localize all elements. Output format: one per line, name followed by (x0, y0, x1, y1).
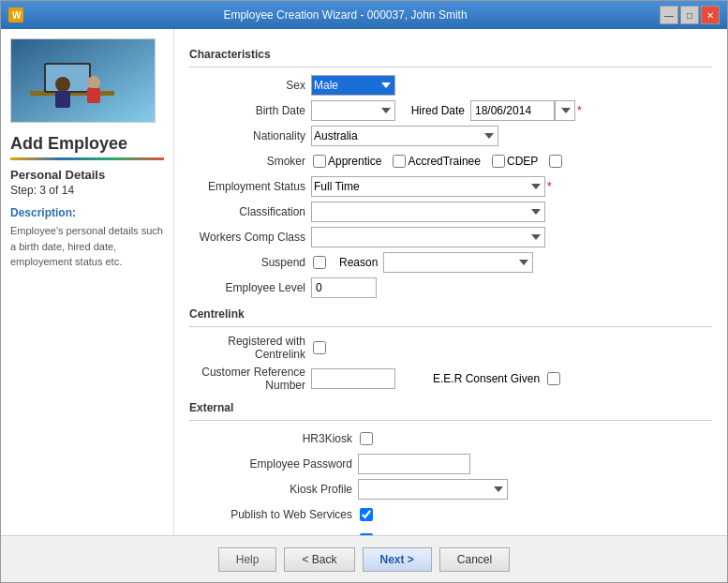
svg-point-7 (55, 77, 70, 92)
smoker-row: Smoker Apprentice AccredTrainee CDEP (189, 151, 712, 172)
characteristics-divider (189, 67, 712, 67)
nationality-label: Nationality (189, 129, 311, 142)
title-bar: W Employee Creation Wizard - 000037, Joh… (1, 1, 727, 29)
smoker-checkbox[interactable] (313, 155, 326, 168)
accred-trainee-checkbox[interactable] (492, 155, 505, 168)
employee-password-row: Employee Password (189, 454, 712, 474)
employment-status-select[interactable]: Full Time Part Time Casual (311, 176, 545, 197)
external-header: External (189, 401, 712, 414)
centrelink-registered-row: Registered with Centrelink (189, 335, 712, 361)
birth-hired-row: Birth Date Hired Date * (189, 100, 712, 121)
description-label: Description: (10, 206, 164, 219)
kiosk-profile-row: Kiosk Profile (189, 479, 712, 500)
classification-select[interactable] (311, 202, 545, 222)
personal-details-label: Personal Details (10, 168, 164, 182)
step-label: Step: 3 of 14 (10, 184, 164, 197)
publish-web-label: Publish to Web Services (189, 508, 358, 521)
sidebar-divider (10, 157, 164, 160)
reason-select[interactable] (383, 252, 533, 273)
smoker-label: Smoker (189, 155, 311, 168)
minimize-button[interactable]: — (660, 6, 678, 24)
hr3kiosk-checkbox[interactable] (360, 432, 373, 445)
suspend-checkbox[interactable] (313, 256, 326, 269)
close-button[interactable]: ✕ (701, 6, 720, 24)
customer-ref-label: Customer Reference Number (189, 366, 311, 392)
main-window: W Employee Creation Wizard - 000037, Joh… (0, 0, 728, 583)
nationality-row: Nationality Australia (189, 126, 712, 146)
workers-comp-label: Workers Comp Class (189, 231, 311, 244)
employment-status-required: * (547, 180, 552, 193)
centrelink-divider (189, 326, 712, 327)
app-icon: W (8, 7, 23, 22)
bottom-bar: Help < Back Next > Cancel (1, 535, 727, 582)
sidebar: Add Employee Personal Details Step: 3 of… (1, 29, 174, 535)
hired-date-required: * (577, 104, 582, 117)
window-controls: — □ ✕ (660, 6, 720, 24)
classification-row: Classification (189, 202, 712, 222)
employee-password-label: Employee Password (189, 457, 358, 471)
back-button[interactable]: < Back (284, 547, 354, 572)
sex-row: Sex Male Female (189, 75, 712, 96)
sex-label: Sex (189, 79, 311, 92)
cdep-checkbox[interactable] (549, 155, 562, 168)
birth-date-select[interactable] (311, 100, 395, 121)
svg-rect-10 (87, 88, 100, 103)
main-content: Characteristics Sex Male Female Birth Da… (174, 29, 727, 535)
apprentice-checkbox[interactable] (393, 155, 406, 168)
employment-status-label: Employment Status (189, 180, 311, 193)
hr3kiosk-label: HR3Kiosk (189, 432, 358, 445)
employee-password-input[interactable] (358, 454, 470, 474)
employment-status-row: Employment Status Full Time Part Time Ca… (189, 176, 712, 197)
description-text: Employee's personal details such a birth… (10, 223, 164, 270)
content-area: Add Employee Personal Details Step: 3 of… (1, 29, 727, 535)
workers-comp-select[interactable] (311, 227, 545, 247)
suspend-row: Suspend Reason (189, 252, 712, 273)
workers-comp-row: Workers Comp Class (189, 227, 712, 247)
apprentice-label: Apprentice (328, 155, 381, 168)
svg-rect-8 (55, 91, 70, 108)
reason-label: Reason (339, 256, 378, 269)
cdep-label: CDEP (507, 155, 538, 168)
centrelink-header: Centrelink (189, 307, 712, 321)
svg-text:W: W (12, 10, 22, 21)
customer-ref-row: Customer Reference Number E.E.R Consent … (189, 366, 712, 392)
hr3kiosk-row: HR3Kiosk (189, 428, 712, 449)
hired-date-select[interactable] (555, 100, 575, 121)
publish-web-row: Publish to Web Services (189, 504, 712, 525)
hired-date-input[interactable] (470, 100, 555, 121)
centrelink-registered-label: Registered with Centrelink (189, 335, 311, 361)
window-title: Employee Creation Wizard - 000037, John … (31, 8, 660, 22)
kiosk-profile-select[interactable] (358, 479, 508, 500)
classification-label: Classification (189, 205, 311, 218)
cancel-button[interactable]: Cancel (439, 547, 510, 572)
nationality-select[interactable]: Australia (311, 126, 498, 146)
eer-checkbox[interactable] (547, 372, 560, 385)
svg-point-9 (87, 76, 100, 89)
external-divider (189, 420, 712, 421)
centrelink-registered-checkbox[interactable] (313, 341, 326, 354)
employee-level-input[interactable] (311, 277, 377, 298)
employee-level-row: Employee Level (189, 277, 712, 298)
hired-date-label: Hired Date (395, 104, 470, 117)
add-employee-title: Add Employee (10, 134, 164, 154)
sidebar-image (10, 38, 156, 123)
eer-label: E.E.R Consent Given (433, 372, 540, 385)
sex-select[interactable]: Male Female (311, 75, 395, 96)
help-button[interactable]: Help (218, 547, 277, 572)
maximize-button[interactable]: □ (680, 6, 699, 24)
employee-level-label: Employee Level (189, 281, 311, 294)
suspend-label: Suspend (189, 256, 311, 269)
customer-ref-input[interactable] (311, 368, 395, 389)
next-button[interactable]: Next > (363, 547, 432, 572)
accred-trainee-label: AccredTrainee (408, 155, 481, 168)
characteristics-header: Characteristics (189, 48, 712, 61)
publish-web-checkbox[interactable] (360, 508, 373, 521)
birth-date-label: Birth Date (189, 104, 311, 117)
kiosk-profile-label: Kiosk Profile (189, 483, 358, 496)
